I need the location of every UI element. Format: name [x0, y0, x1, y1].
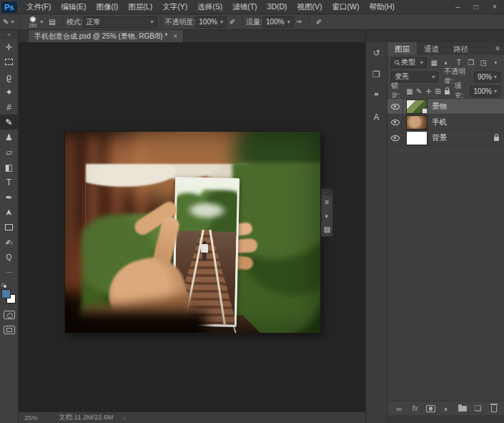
- pen-tool[interactable]: ✒: [0, 190, 19, 205]
- minimize-button[interactable]: –: [448, 0, 467, 14]
- blend-mode-select[interactable]: 正常 ▾: [83, 16, 157, 28]
- size-pressure-button[interactable]: ✐: [313, 18, 325, 26]
- minidock-header[interactable]: ⋯: [322, 189, 332, 195]
- marquee-tool[interactable]: [0, 54, 19, 69]
- tab-layers[interactable]: 图层: [387, 42, 417, 55]
- link-layers-button[interactable]: ∞: [395, 404, 404, 413]
- menu-type[interactable]: 文字(Y): [157, 0, 192, 14]
- history-panel-icon[interactable]: ↺: [369, 45, 385, 61]
- filter-shape-layers-icon[interactable]: ❒: [466, 57, 475, 67]
- new-group-button[interactable]: [458, 406, 467, 412]
- layer-name[interactable]: 景物: [432, 102, 504, 112]
- clone-source-panel-icon[interactable]: ❐: [369, 67, 385, 82]
- eye-icon: [391, 120, 400, 125]
- quick-selection-tool[interactable]: ✦: [0, 84, 19, 99]
- menu-window[interactable]: 窗口(W): [327, 0, 365, 14]
- tab-close-icon[interactable]: ×: [173, 32, 177, 40]
- canvas-area[interactable]: ⋯ ≡ ◐ ▨: [19, 42, 365, 412]
- new-layer-button[interactable]: ❏: [473, 404, 483, 413]
- notes-panel-icon[interactable]: ❝: [369, 88, 385, 104]
- crop-tool[interactable]: #: [0, 99, 19, 115]
- gradient-tool[interactable]: ◧: [0, 160, 19, 175]
- menu-view[interactable]: 视图(V): [292, 0, 327, 14]
- brush-size-picker[interactable]: 250 ▾: [24, 16, 46, 29]
- lock-paint-icon[interactable]: ✎: [416, 86, 423, 96]
- edit-toolbar-button[interactable]: ···: [0, 265, 19, 280]
- menu-edit[interactable]: 编辑(E): [56, 0, 91, 14]
- default-colors-icon[interactable]: [1, 283, 8, 288]
- document-image[interactable]: [65, 132, 320, 333]
- lock-move-icon[interactable]: ✛: [425, 86, 432, 96]
- brush-tool[interactable]: ✎: [0, 115, 19, 130]
- layer-row-shouji[interactable]: 手机: [387, 115, 504, 130]
- menu-image[interactable]: 图像(I): [91, 0, 123, 14]
- layer-thumbnail[interactable]: [406, 115, 428, 130]
- tab-paths[interactable]: 路径: [446, 42, 475, 55]
- filter-adjustment-layers-icon[interactable]: ◐: [442, 57, 451, 67]
- layer-row-beijing[interactable]: 背景: [387, 130, 504, 146]
- layer-thumbnail[interactable]: [406, 99, 428, 114]
- character-panel-icon[interactable]: A: [369, 110, 385, 125]
- fill-select[interactable]: 100% ▾: [470, 86, 500, 97]
- eraser-tool[interactable]: ▱: [0, 145, 19, 160]
- airbrush-button[interactable]: ✑: [294, 18, 305, 26]
- filter-smart-objects-icon[interactable]: ◳: [479, 57, 488, 67]
- menu-3d[interactable]: 3D(D): [262, 0, 292, 14]
- menu-filter[interactable]: 滤镜(T): [227, 0, 262, 14]
- menu-file[interactable]: 文件(F): [21, 0, 56, 14]
- close-button[interactable]: ×: [485, 0, 504, 14]
- maximize-button[interactable]: □: [467, 0, 485, 14]
- chevron-down-icon: ▾: [220, 19, 223, 25]
- flow-select[interactable]: 100% ▾: [262, 16, 294, 28]
- status-options-arrow[interactable]: ›: [123, 414, 125, 422]
- opacity-pressure-button[interactable]: ✐: [227, 18, 238, 26]
- shape-tool[interactable]: [0, 220, 19, 235]
- layer-row-jingwu[interactable]: 景物: [387, 99, 504, 115]
- panel-menu-icon[interactable]: ≡: [491, 42, 504, 55]
- layer-opacity-select[interactable]: 90% ▾: [474, 72, 500, 82]
- layer-style-button[interactable]: fx: [410, 404, 420, 412]
- zoom-tool[interactable]: Q: [0, 250, 19, 265]
- visibility-toggle[interactable]: [387, 115, 403, 130]
- layer-name[interactable]: 背景: [432, 133, 488, 143]
- tool-preset-picker[interactable]: ✎ ▾: [0, 18, 16, 26]
- add-layer-mask-button[interactable]: [426, 405, 435, 412]
- menu-help[interactable]: 帮助(H): [365, 0, 400, 14]
- visibility-toggle[interactable]: [387, 130, 403, 145]
- opacity-select[interactable]: 100% ▾: [195, 16, 227, 28]
- menu-layer[interactable]: 图层(L): [123, 0, 157, 14]
- brush-panel-toggle[interactable]: ▤: [46, 18, 58, 26]
- path-selection-tool[interactable]: ➤: [0, 205, 19, 220]
- visibility-toggle[interactable]: [387, 99, 403, 114]
- layer-thumbnail[interactable]: [406, 131, 428, 145]
- type-tool[interactable]: T: [0, 175, 19, 190]
- lasso-tool[interactable]: ϱ: [0, 69, 19, 84]
- filter-type-layers-icon[interactable]: T: [454, 57, 463, 67]
- toolbar-collapse-button[interactable]: »: [0, 30, 18, 39]
- properties-panel-icon[interactable]: ◐: [322, 209, 332, 223]
- foreground-color-swatch[interactable]: [1, 289, 11, 298]
- filter-pixel-layers-icon[interactable]: ▦: [430, 57, 439, 67]
- collapsed-panels-strip: ↺ ❐ ❝ A: [366, 42, 387, 423]
- zoom-level-field[interactable]: 25%: [24, 414, 49, 422]
- lock-transparency-icon[interactable]: ▦: [406, 86, 412, 96]
- filter-type-select[interactable]: 类型 ▾: [391, 57, 427, 68]
- adjustment-layer-button[interactable]: ◐: [442, 404, 451, 413]
- quick-mask-button[interactable]: [4, 311, 15, 319]
- document-tab[interactable]: 手机创意合成.psd @ 25% (景物, RGB/8) * ×: [29, 30, 184, 42]
- screen-mode-button[interactable]: [4, 326, 15, 334]
- eye-icon: [391, 135, 400, 141]
- lock-artboard-icon[interactable]: ⊞: [435, 86, 441, 96]
- delete-layer-button[interactable]: [489, 404, 498, 412]
- adjustments-panel-icon[interactable]: ≡: [322, 195, 332, 209]
- menu-select[interactable]: 选择(S): [192, 0, 227, 14]
- clone-stamp-tool[interactable]: ♟: [0, 130, 19, 145]
- filter-toggle[interactable]: ●: [491, 57, 500, 67]
- lock-all-icon[interactable]: [444, 86, 450, 96]
- move-tool[interactable]: ✛: [0, 39, 19, 54]
- hand-tool[interactable]: ✍: [0, 235, 19, 250]
- libraries-panel-icon[interactable]: ▨: [322, 223, 332, 236]
- document-size-info: 文档:11.2M/22.6M: [59, 413, 113, 422]
- layer-name[interactable]: 手机: [432, 117, 504, 127]
- tab-channels[interactable]: 通道: [417, 42, 446, 55]
